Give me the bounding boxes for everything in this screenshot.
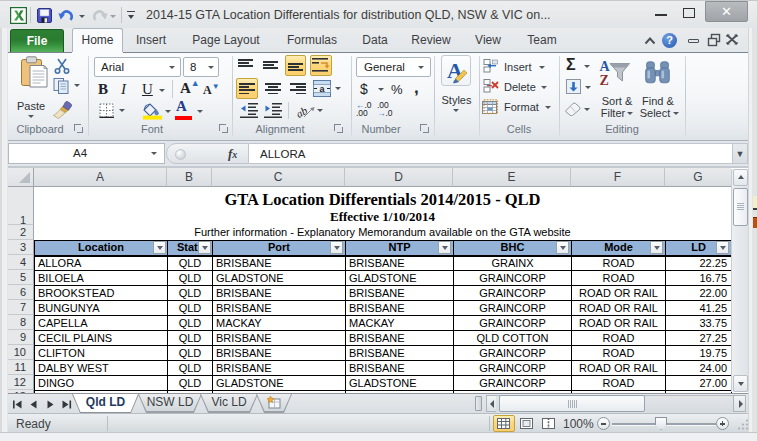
svg-text:Z: Z <box>600 73 609 88</box>
svg-text:A: A <box>600 59 611 74</box>
svg-text:ab: ab <box>296 104 310 120</box>
